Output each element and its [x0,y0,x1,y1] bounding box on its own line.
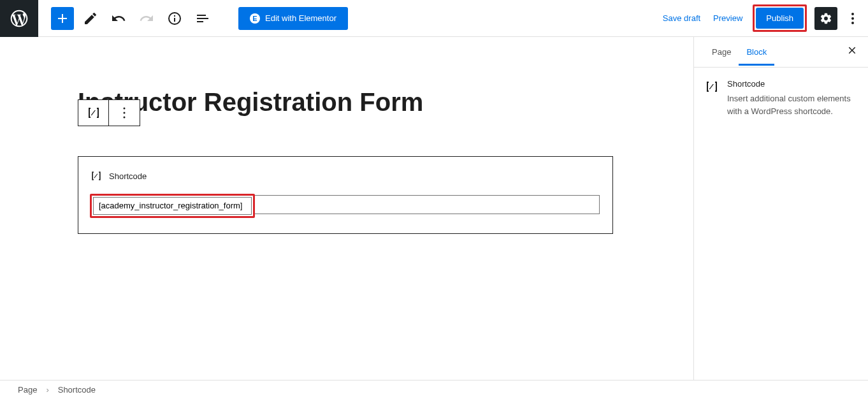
elementor-label: Edit with Elementor [265,13,336,23]
toolbar-left: E Edit with Elementor [38,7,348,30]
block-info-description: Insert additional custom elements with a… [727,92,858,117]
block-toolbar [78,99,140,126]
list-icon [195,11,210,26]
breadcrumb-separator-icon: › [46,385,48,395]
svg-point-2 [851,22,854,24]
toolbar-right: Save draft Preview Publish [660,4,868,32]
shortcode-icon [90,170,103,182]
breadcrumb-page[interactable]: Page [18,385,37,395]
plus-icon [55,11,70,26]
breadcrumb-footer: Page › Shortcode [0,380,868,399]
page-title[interactable]: Instructor Registration Form [78,88,613,117]
wordpress-logo[interactable] [0,0,38,37]
breadcrumb-shortcode[interactable]: Shortcode [58,385,96,395]
block-info: Shortcode Insert additional custom eleme… [704,79,858,117]
wordpress-icon [9,8,29,29]
preview-button[interactable]: Preview [711,10,745,27]
dots-vertical-icon [117,105,132,120]
svg-point-1 [851,17,854,20]
block-info-name: Shortcode [727,79,858,89]
publish-button[interactable]: Publish [756,8,804,29]
shortcode-block[interactable]: Shortcode [78,156,613,234]
undo-button[interactable] [107,7,130,30]
svg-point-5 [124,117,126,119]
redo-button[interactable] [135,7,158,30]
info-button[interactable] [163,7,186,30]
svg-point-4 [124,112,126,114]
main-area: Instructor Registration Form Shortcode [0,37,868,380]
shortcode-icon [704,79,720,94]
dots-vertical-icon [845,11,860,26]
top-bar: E Edit with Elementor Save draft Preview… [0,0,868,37]
edit-with-elementor-button[interactable]: E Edit with Elementor [238,7,348,30]
svg-point-0 [851,13,854,15]
elementor-icon: E [250,13,260,24]
outline-button[interactable] [191,7,214,30]
tab-page[interactable]: Page [704,38,739,66]
pencil-icon [83,11,98,26]
tools-button[interactable] [79,7,102,30]
add-block-button[interactable] [51,7,74,30]
shortcode-block-header: Shortcode [90,170,601,182]
editor-content: Instructor Registration Form Shortcode [78,88,613,234]
shortcode-input[interactable] [93,197,252,215]
close-icon [846,45,858,56]
sidebar-tabs: Page Block [694,37,868,68]
shortcode-block-label: Shortcode [109,171,147,181]
settings-button[interactable] [814,7,837,30]
shortcode-input-extension[interactable] [255,195,600,214]
shortcode-input-highlight [90,194,255,218]
block-more-button[interactable] [109,100,140,126]
gear-icon [820,12,832,25]
shortcode-icon [86,105,101,120]
settings-sidebar: Page Block Shortcode Insert additional c… [693,37,868,380]
redo-icon [139,11,154,26]
undo-icon [111,11,126,26]
info-icon [167,11,182,26]
publish-highlight: Publish [753,4,807,32]
tab-block[interactable]: Block [739,38,774,66]
more-options-button[interactable] [845,7,860,30]
sidebar-content: Shortcode Insert additional custom eleme… [694,68,868,129]
svg-point-3 [124,108,126,110]
editor-canvas: Instructor Registration Form Shortcode [0,37,693,380]
save-draft-button[interactable]: Save draft [660,10,703,27]
block-type-button[interactable] [78,100,109,126]
close-sidebar-button[interactable] [846,45,858,59]
